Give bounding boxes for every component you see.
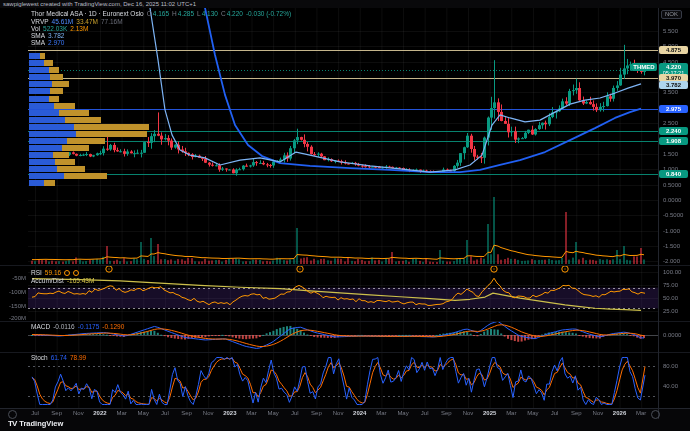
ohlc-key: H (172, 10, 177, 17)
ohlc-value: 4.285 (178, 10, 194, 17)
ohlc-key: O (147, 10, 152, 17)
sma-fast-legend-value: 3.782 (48, 32, 64, 39)
sma-slow-legend-value: 2.970 (48, 39, 64, 46)
pane-divider[interactable] (0, 321, 690, 322)
vrvp-legend-value: 77.16M (101, 18, 123, 25)
pane-divider[interactable] (0, 352, 690, 353)
vrvp-legend-value: 45.61M (52, 18, 74, 25)
price-badge: 2.240 (659, 127, 688, 135)
time-label-month: Sep (441, 410, 452, 416)
price-tick: -1.000 (663, 228, 680, 235)
change-value: -0.030 (-0.72%) (246, 10, 291, 17)
tradingview-logo[interactable]: TVTradingView (8, 419, 63, 429)
accdist-left-tick: -100M (0, 289, 26, 296)
price-tick: -0.5000 (663, 212, 683, 219)
ohlc-value: 4.220 (227, 10, 243, 17)
rsi-legend-value: 59.16 (45, 269, 61, 276)
rsi-divergence-ring-icon (73, 270, 79, 276)
tradingview-chart-window: sawpiglewest created with TradingView.co… (0, 0, 690, 431)
price-tick: 1.500 (663, 151, 678, 158)
attribution-text: sawpiglewest created with TradingView.co… (3, 0, 196, 8)
stoch-tick: 40.00 (663, 383, 678, 390)
rsi-tick: 75.00 (663, 282, 678, 289)
stoch-pane[interactable] (28, 353, 658, 408)
time-label-month: Sep (311, 410, 322, 416)
accdist-legend: Accum/Dist-165.43M (31, 277, 94, 284)
time-axis-separator (0, 408, 690, 409)
ohlc-value: 4.130 (202, 10, 218, 17)
tradingview-logo-text: TradingView (19, 419, 63, 428)
main-price-pane[interactable] (28, 8, 658, 265)
scroll-left-button[interactable] (8, 410, 17, 419)
price-tick: 0.0000 (663, 197, 681, 204)
macd-legend-value: -0.1175 (78, 323, 100, 330)
time-label-year: 2026 (613, 410, 626, 416)
price-badge: 0.840 (659, 170, 688, 178)
macd-legend-title[interactable]: MACD (31, 323, 50, 330)
time-label-month: Mar (246, 410, 256, 416)
price-tick: 2.500 (663, 120, 678, 127)
time-label-month: Nov (593, 410, 604, 416)
attribution-bar: sawpiglewest created with TradingView.co… (0, 0, 690, 8)
macd-legend-value: -0.0116 (53, 323, 75, 330)
vrvp-legend-title[interactable]: VRVP (31, 18, 49, 25)
time-label-month: May (138, 410, 149, 416)
price-badge: 2.975 (659, 105, 688, 113)
symbol-legend: Thor Medical ASA · 1D · Euronext OsloO4.… (31, 10, 291, 17)
rsi-legend: RSI59.16 (31, 269, 79, 276)
vol-legend-value: 522.03K (43, 25, 67, 32)
price-tick: 3.500 (663, 89, 678, 96)
go-to-realtime-button[interactable] (651, 410, 660, 419)
price-badge: 3.782 (659, 81, 688, 89)
accdist-left-tick: -50M (0, 275, 26, 282)
rsi-tick: 50.00 (663, 295, 678, 302)
vol-legend: Vol522.03K2.13M (31, 25, 88, 32)
ohlc-key: C (221, 10, 226, 17)
price-tick: 0.5000 (663, 182, 681, 189)
time-label-year: 2025 (483, 410, 496, 416)
price-badge: 4.875 (659, 46, 688, 54)
time-label-month: Jul (291, 410, 299, 416)
time-label-month: Sep (571, 410, 582, 416)
rsi-tick: 100.00 (663, 269, 681, 276)
time-label-month: Jul (421, 410, 429, 416)
accdist-left-tick: -150M (0, 303, 26, 310)
time-label-month: Sep (51, 410, 62, 416)
time-label-month: Jul (551, 410, 559, 416)
ohlc-value: 4.165 (153, 10, 169, 17)
time-label-month: Nov (463, 410, 474, 416)
rsi-tick: 25.00 (663, 308, 678, 315)
price-tick: -2.000 (663, 258, 680, 265)
sma-fast-legend: SMA3.782 (31, 32, 64, 39)
time-label-month: Sep (181, 410, 192, 416)
time-label-month: May (397, 410, 408, 416)
ohlc-key: L (197, 10, 201, 17)
sma-slow-legend: SMA2.970 (31, 39, 64, 46)
rsi-pane[interactable] (28, 266, 658, 321)
rsi-legend-title[interactable]: RSI (31, 269, 42, 276)
symbol-title[interactable]: Thor Medical ASA · 1D · Euronext Oslo (31, 10, 144, 17)
price-badge: 1.908 (659, 137, 688, 145)
pane-divider[interactable] (0, 265, 690, 266)
stoch-legend-title[interactable]: Stoch (31, 354, 48, 361)
vrvp-legend-value: 33.47M (76, 18, 98, 25)
vol-legend-title[interactable]: Vol (31, 25, 40, 32)
time-label-month: Nov (203, 410, 214, 416)
macd-legend: MACD-0.0116-0.1175-0.1290 (31, 323, 124, 330)
sma-fast-legend-title[interactable]: SMA (31, 32, 45, 39)
time-label-month: May (267, 410, 278, 416)
time-label-month: Mar (376, 410, 386, 416)
currency-label[interactable]: NOK (661, 10, 682, 19)
macd-legend-value: -0.1290 (102, 323, 124, 330)
stoch-legend: Stoch61.7478.99 (31, 354, 86, 361)
sma-slow-legend-title[interactable]: SMA (31, 39, 45, 46)
time-label-year: 2022 (93, 410, 106, 416)
price-tick: 5.500 (663, 28, 678, 35)
time-label-month: Mar (506, 410, 516, 416)
time-label-month: Nov (73, 410, 84, 416)
time-label-year: 2024 (353, 410, 366, 416)
accdist-legend-title[interactable]: Accum/Dist (31, 277, 64, 284)
vol-legend-value: 2.13M (70, 25, 88, 32)
time-label-year: 2023 (223, 410, 236, 416)
accdist-legend-value: -165.43M (67, 277, 94, 284)
